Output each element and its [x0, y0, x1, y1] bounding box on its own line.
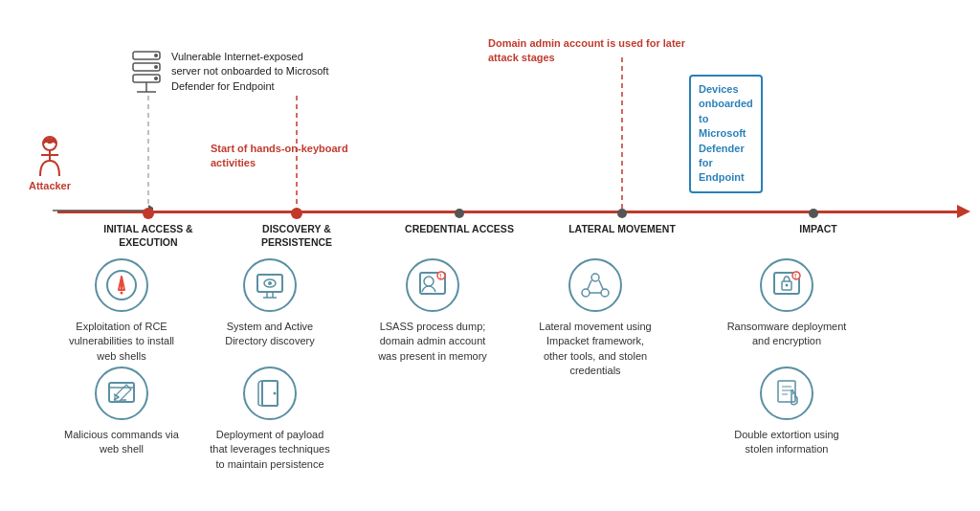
hands-on-dashed-line	[296, 96, 298, 212]
svg-point-24	[121, 292, 123, 295]
server-icon	[129, 50, 164, 96]
ransomware-desc: Ransomware deployment and encryption	[724, 320, 849, 349]
svg-point-49	[786, 284, 789, 287]
stage-dot-initial	[143, 208, 154, 219]
stage-dot-lateral	[617, 209, 627, 218]
lateral-icon	[578, 268, 612, 302]
svg-point-42	[582, 289, 590, 297]
persistence-icon-circle	[243, 367, 297, 420]
svg-text:!: !	[439, 273, 441, 279]
devices-onboarded-note: Devices onboarded to Microsoft Defender …	[689, 75, 763, 193]
discovery-desc: System and Active Directory discovery	[208, 320, 332, 349]
webshell-icon-circle	[95, 367, 148, 420]
svg-point-38	[424, 277, 434, 286]
svg-point-12	[154, 77, 158, 80]
svg-point-43	[601, 289, 609, 297]
domain-admin-dashed-line	[621, 57, 623, 212]
extortion-desc: Double extortion using stolen informatio…	[724, 428, 849, 457]
stage-label-credential: CREDENTIAL ACCESS	[405, 223, 514, 236]
persistence-icon	[254, 377, 286, 410]
svg-point-33	[268, 281, 272, 285]
persistence-desc: Deployment of payload that leverages tec…	[208, 428, 332, 472]
stage-label-initial: INITIAL ACCESS &EXECUTION	[103, 223, 192, 249]
webshell-icon	[105, 377, 138, 410]
webshell-desc: Malicious commands via web shell	[59, 428, 184, 457]
stage-dot-discovery	[291, 208, 302, 219]
svg-point-36	[274, 392, 277, 395]
attack-chain-diagram: INITIAL ACCESS &EXECUTION DISCOVERY &PER…	[0, 0, 980, 511]
rce-icon-circle	[95, 258, 148, 312]
credential-icon-circle: !	[406, 258, 459, 312]
discovery-icon-circle	[243, 258, 297, 312]
stage-label-impact: IMPACT	[799, 223, 836, 236]
timeline-arrow	[57, 211, 961, 213]
extortion-icon	[770, 377, 803, 410]
svg-line-44	[588, 280, 591, 289]
stage-label-discovery: DISCOVERY &PERSISTENCE	[261, 223, 332, 249]
server-note: Vulnerable Internet-exposed server not o…	[171, 50, 329, 94]
lateral-icon-circle	[568, 258, 622, 312]
lateral-desc: Lateral movement using Impacket framewor…	[533, 320, 657, 379]
svg-point-41	[591, 274, 599, 281]
rce-icon	[105, 269, 138, 301]
svg-rect-1	[45, 143, 48, 145]
svg-rect-2	[52, 143, 55, 145]
extortion-icon-circle	[760, 367, 813, 420]
ransomware-icon: !	[770, 269, 803, 301]
stage-dot-impact	[809, 209, 818, 218]
devices-onboarded-area: Devices onboarded to Microsoft Defender …	[689, 75, 739, 113]
svg-text:!: !	[794, 273, 796, 279]
credential-desc: LSASS process dump; domain admin account…	[370, 320, 495, 364]
svg-point-8	[154, 54, 158, 57]
hands-on-keyboard-annotation: Start of hands-on-keyboard activities	[211, 142, 373, 171]
svg-line-45	[599, 280, 603, 289]
discovery-icon	[254, 269, 286, 301]
ransomware-icon-circle: !	[760, 258, 813, 312]
server-annotation-area: Vulnerable Internet-exposed server not o…	[129, 50, 329, 96]
credential-icon: !	[416, 269, 449, 301]
attacker-icon	[29, 134, 71, 176]
stage-dot-credential	[455, 209, 464, 218]
domain-admin-annotation: Domain admin account is used for later a…	[488, 36, 699, 66]
stage-label-lateral: LATERAL MOVEMENT	[568, 223, 676, 236]
attacker-arrow	[48, 174, 153, 212]
rce-desc: Exploitation of RCE vulnerabilities to i…	[59, 320, 184, 364]
svg-point-10	[154, 65, 158, 69]
